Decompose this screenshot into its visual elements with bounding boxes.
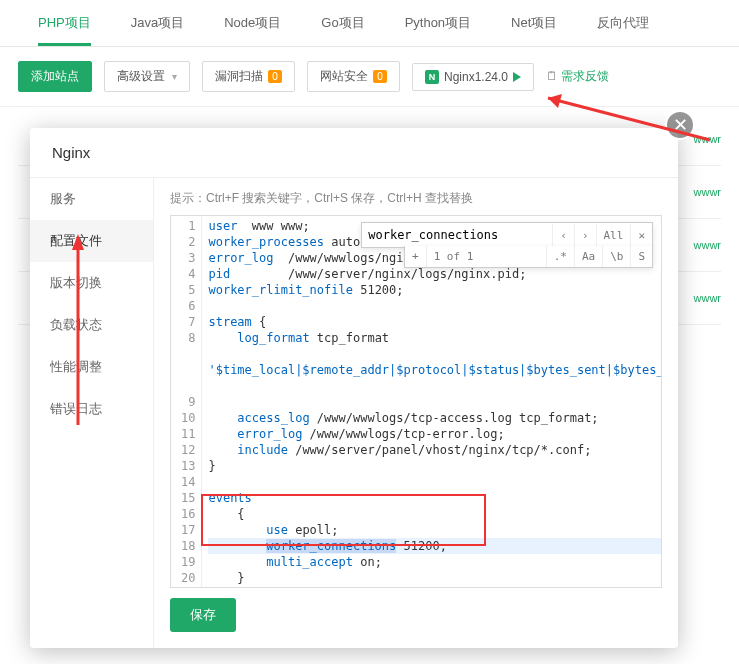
sidebar-item-4[interactable]: 性能调整 (30, 346, 153, 388)
code-editor[interactable]: ‹ › All ✕ + 1 of 1 .* Aa \b S 1234567891… (170, 215, 662, 588)
find-opt-case[interactable]: Aa (574, 246, 602, 267)
nginx-modal: Nginx 服务配置文件版本切换负载状态性能调整错误日志 提示：Ctrl+F 搜… (30, 128, 678, 648)
sidebar-item-1[interactable]: 配置文件 (30, 220, 153, 262)
find-opt-word[interactable]: \b (602, 246, 630, 267)
find-prev-button[interactable]: ‹ (552, 224, 574, 247)
find-opt-regex[interactable]: .* (546, 246, 574, 267)
sidebar-item-2[interactable]: 版本切换 (30, 262, 153, 304)
modal-title: Nginx (30, 128, 678, 177)
find-bar: ‹ › All ✕ (361, 222, 653, 248)
find-count: 1 of 1 (426, 246, 546, 267)
line-gutter: 123456789101112131415161718192021222324 (171, 216, 202, 587)
find-options: + 1 of 1 .* Aa \b S (404, 246, 653, 268)
find-all-button[interactable]: All (596, 224, 631, 247)
editor-hint: 提示：Ctrl+F 搜索关键字，Ctrl+S 保存，Ctrl+H 查找替换 (170, 190, 662, 207)
modal-sidebar: 服务配置文件版本切换负载状态性能调整错误日志 (30, 178, 154, 648)
editor-pane: 提示：Ctrl+F 搜索关键字，Ctrl+S 保存，Ctrl+H 查找替换 ‹ … (154, 178, 678, 648)
find-input[interactable] (362, 223, 552, 247)
find-plus-button[interactable]: + (405, 246, 426, 267)
find-close-button[interactable]: ✕ (630, 224, 652, 247)
save-button[interactable]: 保存 (170, 598, 236, 632)
find-opt-s[interactable]: S (630, 246, 652, 267)
code-content[interactable]: user www www;worker_processes auto;error… (202, 216, 661, 587)
close-icon[interactable]: ✕ (665, 110, 695, 140)
sidebar-item-3[interactable]: 负载状态 (30, 304, 153, 346)
find-next-button[interactable]: › (574, 224, 596, 247)
sidebar-item-0[interactable]: 服务 (30, 178, 153, 220)
sidebar-item-5[interactable]: 错误日志 (30, 388, 153, 430)
